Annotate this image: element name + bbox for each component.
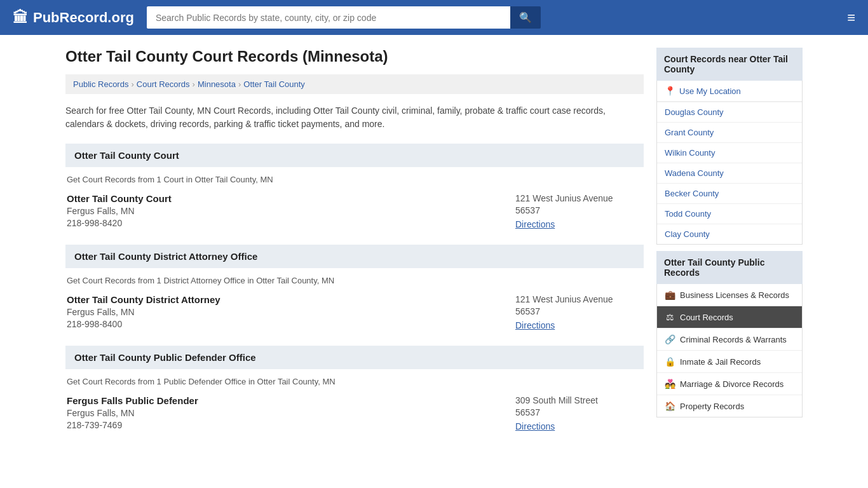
page-description: Search for free Otter Tail County, MN Co… [65, 104, 644, 131]
sidebar-item-todd[interactable]: Todd County [657, 204, 802, 224]
record-address-da: 121 West Junius Avenue [515, 294, 642, 304]
record-city-da: Fergus Falls, MN [67, 307, 220, 317]
record-city-court: Fergus Falls, MN [67, 206, 172, 216]
sidebar-nearby-list: 📍 Use My Location Douglas County Grant C… [656, 81, 803, 245]
sidebar-rec-criminal[interactable]: 🔗 Criminal Records & Warrants [657, 329, 802, 351]
record-zip-pd: 56537 [515, 407, 642, 417]
breadcrumb-otter-tail[interactable]: Otter Tail County [243, 79, 305, 89]
main-container: Otter Tail County Court Records (Minneso… [53, 35, 815, 459]
record-phone-pd: 218-739-7469 [67, 420, 198, 430]
sidebar-rec-link-court[interactable]: ⚖ Court Records [657, 306, 802, 328]
record-phone-court: 218-998-8420 [67, 218, 172, 228]
sidebar-public-records-title: Otter Tail County Public Records [656, 251, 803, 284]
record-address-court: 121 West Junius Avenue [515, 193, 642, 203]
section-court-header: Otter Tail County Court [65, 144, 644, 167]
court-icon: ⚖ [665, 312, 675, 322]
sidebar-rec-label-marriage: Marriage & Divorce Records [680, 379, 783, 389]
marriage-icon: 💑 [665, 379, 675, 389]
record-right-da: 121 West Junius Avenue 56537 Directions [515, 294, 642, 330]
record-city-pd: Fergus Falls, MN [67, 408, 198, 418]
record-entry-pd: Fergus Falls Public Defender Fergus Fall… [65, 395, 644, 431]
breadcrumb-public-records[interactable]: Public Records [73, 79, 128, 89]
directions-link-court[interactable]: Directions [515, 219, 555, 229]
site-header: 🏛 PubRecord.org 🔍 ≡ [0, 0, 868, 35]
record-left-court: Otter Tail County Court Fergus Falls, MN… [67, 193, 172, 229]
sidebar-rec-label-business: Business Licenses & Records [680, 290, 789, 300]
record-zip-court: 56537 [515, 205, 642, 215]
location-pin-icon: 📍 [665, 86, 675, 96]
sidebar-rec-link-business[interactable]: 💼 Business Licenses & Records [657, 284, 802, 306]
sidebar-link-wadena[interactable]: Wadena County [657, 163, 802, 183]
record-address-pd: 309 South Mill Street [515, 395, 642, 405]
sidebar-link-grant[interactable]: Grant County [657, 123, 802, 142]
menu-button[interactable]: ≡ [847, 11, 855, 25]
section-pd: Otter Tail County Public Defender Office… [65, 346, 644, 431]
sidebar-item-clay[interactable]: Clay County [657, 224, 802, 244]
breadcrumb-sep-2: › [193, 79, 195, 89]
sidebar-item-grant[interactable]: Grant County [657, 123, 802, 143]
sidebar-rec-label-inmate: Inmate & Jail Records [680, 357, 761, 367]
logo[interactable]: 🏛 PubRecord.org [13, 9, 134, 27]
content-area: Otter Tail County Court Records (Minneso… [65, 48, 644, 447]
section-pd-subdesc: Get Court Records from 1 Public Defender… [65, 377, 644, 386]
sidebar-item-wilkin[interactable]: Wilkin County [657, 143, 802, 163]
section-court: Otter Tail County Court Get Court Record… [65, 144, 644, 229]
search-input[interactable] [147, 6, 510, 29]
directions-link-pd[interactable]: Directions [515, 421, 555, 431]
record-right-pd: 309 South Mill Street 56537 Directions [515, 395, 642, 431]
record-entry-da: Otter Tail County District Attorney Ferg… [65, 294, 644, 330]
sidebar-public-records-box: Otter Tail County Public Records 💼 Busin… [656, 251, 803, 417]
record-phone-da: 218-998-8400 [67, 319, 220, 329]
sidebar-rec-link-inmate[interactable]: 🔒 Inmate & Jail Records [657, 351, 802, 372]
section-da-subdesc: Get Court Records from 1 District Attorn… [65, 276, 644, 285]
section-pd-header: Otter Tail County Public Defender Office [65, 346, 644, 369]
breadcrumb-sep-3: › [238, 79, 241, 89]
sidebar-rec-label-criminal: Criminal Records & Warrants [680, 335, 787, 344]
sidebar-public-records-list: 💼 Business Licenses & Records ⚖ Court Re… [656, 284, 803, 417]
record-zip-da: 56537 [515, 306, 642, 316]
sidebar-rec-label-court: Court Records [680, 313, 733, 322]
search-icon: 🔍 [519, 12, 532, 23]
breadcrumb-court-records[interactable]: Court Records [137, 79, 190, 89]
breadcrumb-minnesota[interactable]: Minnesota [198, 79, 236, 89]
hamburger-icon: ≡ [847, 10, 855, 25]
sidebar-rec-label-property: Property Records [680, 402, 744, 411]
sidebar-link-wilkin[interactable]: Wilkin County [657, 143, 802, 163]
sidebar-link-douglas[interactable]: Douglas County [657, 102, 802, 122]
sidebar-link-clay[interactable]: Clay County [657, 224, 802, 244]
breadcrumb: Public Records › Court Records › Minneso… [65, 74, 644, 94]
search-button[interactable]: 🔍 [510, 6, 541, 29]
sidebar-rec-link-criminal[interactable]: 🔗 Criminal Records & Warrants [657, 329, 802, 350]
property-icon: 🏠 [665, 401, 675, 411]
record-left-pd: Fergus Falls Public Defender Fergus Fall… [67, 395, 198, 431]
sidebar-rec-marriage[interactable]: 💑 Marriage & Divorce Records [657, 373, 802, 395]
sidebar-rec-link-marriage[interactable]: 💑 Marriage & Divorce Records [657, 373, 802, 395]
sidebar-item-wadena[interactable]: Wadena County [657, 163, 802, 184]
sidebar-rec-court[interactable]: ⚖ Court Records [657, 306, 802, 329]
sidebar-nearby-title: Court Records near Otter Tail County [656, 48, 803, 81]
sidebar-rec-inmate[interactable]: 🔒 Inmate & Jail Records [657, 351, 802, 373]
sidebar-link-becker[interactable]: Becker County [657, 184, 802, 203]
section-court-subdesc: Get Court Records from 1 Court in Otter … [65, 175, 644, 184]
sidebar-item-becker[interactable]: Becker County [657, 184, 802, 204]
page-title: Otter Tail County Court Records (Minneso… [65, 48, 644, 65]
use-location-label: Use My Location [679, 86, 741, 96]
record-name-court[interactable]: Otter Tail County Court [67, 193, 172, 204]
breadcrumb-sep-1: › [131, 79, 133, 89]
sidebar-use-location[interactable]: 📍 Use My Location [657, 81, 802, 102]
section-da: Otter Tail County District Attorney Offi… [65, 245, 644, 330]
record-right-court: 121 West Junius Avenue 56537 Directions [515, 193, 642, 229]
logo-text: PubRecord.org [33, 10, 134, 26]
section-da-header: Otter Tail County District Attorney Offi… [65, 245, 644, 268]
sidebar-rec-link-property[interactable]: 🏠 Property Records [657, 395, 802, 417]
record-name-da[interactable]: Otter Tail County District Attorney [67, 294, 220, 305]
business-icon: 💼 [665, 290, 675, 300]
sidebar-item-douglas[interactable]: Douglas County [657, 102, 802, 123]
sidebar-link-todd[interactable]: Todd County [657, 204, 802, 224]
sidebar-nearby-box: Court Records near Otter Tail County 📍 U… [656, 48, 803, 245]
criminal-icon: 🔗 [665, 334, 675, 344]
sidebar-rec-property[interactable]: 🏠 Property Records [657, 395, 802, 417]
directions-link-da[interactable]: Directions [515, 320, 555, 330]
record-name-pd[interactable]: Fergus Falls Public Defender [67, 395, 198, 406]
sidebar-rec-business[interactable]: 💼 Business Licenses & Records [657, 284, 802, 306]
